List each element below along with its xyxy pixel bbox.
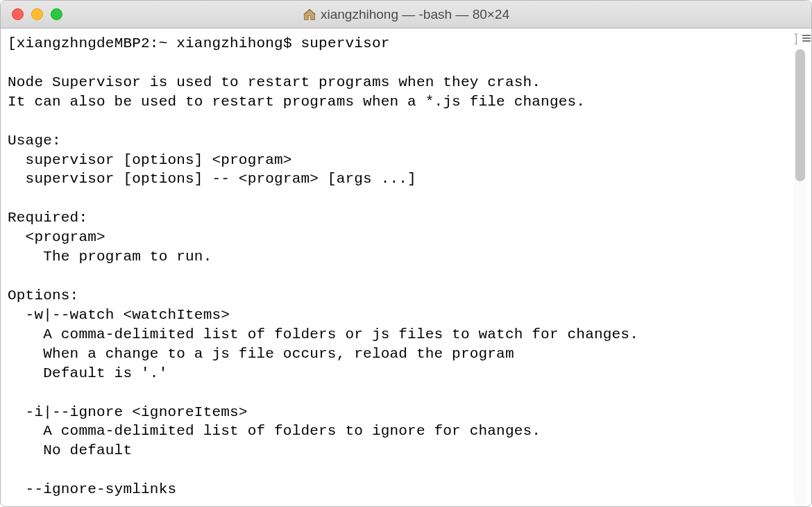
right-gutter: ] (792, 28, 811, 506)
scroll-indicator-icon (802, 35, 811, 42)
prompt-user: xiangzhihong (176, 35, 283, 51)
maximize-button[interactable] (51, 8, 62, 20)
bracket-icon: ] (793, 31, 800, 46)
scrollbar-thumb[interactable] (795, 49, 805, 181)
scrollbar-track[interactable] (794, 48, 806, 506)
typed-command: supervisor (301, 35, 389, 51)
window-title: xiangzhihong — -bash — 80×24 (303, 7, 509, 22)
output-line: The program to run. (8, 249, 212, 265)
prompt-sep: :~ (150, 35, 176, 51)
output-line: Node Supervisor is used to restart progr… (8, 74, 541, 90)
output-line: No default (8, 442, 132, 458)
output-line: --ignore-symlinks (8, 481, 176, 497)
window-titlebar: xiangzhihong — -bash — 80×24 (1, 1, 811, 28)
prompt-host: xiangzhngdeMBP2 (17, 35, 150, 51)
output-line: Options: (8, 288, 78, 304)
output-line: It can also be used to restart programs … (8, 94, 585, 110)
close-button[interactable] (12, 8, 24, 20)
prompt-symbol: $ (283, 35, 301, 51)
terminal-output[interactable]: [xiangzhngdeMBP2:~ xiangzhihong$ supervi… (1, 28, 792, 506)
home-icon (303, 8, 316, 22)
gutter-top: ] (793, 28, 811, 48)
minimize-button[interactable] (31, 8, 43, 20)
output-line: A comma-delimited list of folders or js … (8, 326, 638, 342)
traffic-lights (1, 8, 62, 20)
prompt-open-bracket: [ (8, 35, 17, 51)
output-line: supervisor [options] <program> (8, 152, 292, 168)
output-line: A comma-delimited list of folders to ign… (8, 423, 541, 439)
output-line: Required: (8, 210, 87, 226)
output-line: Usage: (8, 133, 61, 149)
output-line: Default is '.' (8, 365, 167, 381)
window-title-text: xiangzhihong — -bash — 80×24 (321, 7, 509, 22)
output-line: When a change to a js file occurs, reloa… (8, 346, 514, 362)
output-line: supervisor [options] -- <program> [args … (8, 171, 416, 187)
output-line: -w|--watch <watchItems> (8, 307, 230, 323)
output-line: -i|--ignore <ignoreItems> (8, 404, 248, 420)
output-line: <program> (8, 229, 105, 245)
